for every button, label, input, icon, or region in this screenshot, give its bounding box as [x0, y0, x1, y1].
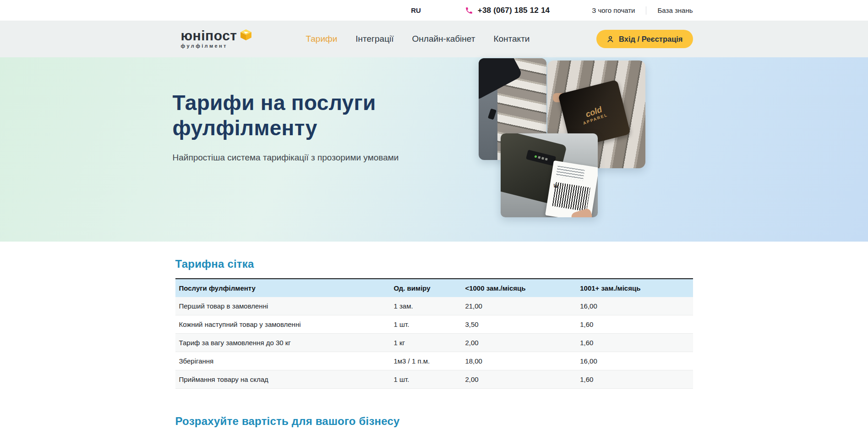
- login-register-button[interactable]: Вхід / Реєстрація: [596, 30, 693, 48]
- value-cell: 1,60: [576, 370, 693, 389]
- pricing-table: Послуги фулфілментуОд. виміру<1000 зам./…: [175, 278, 693, 389]
- page-title: Тарифи на послуги фулфілменту: [173, 90, 438, 141]
- calculator-heading: Розрахуйте вартість для вашого бізнесу: [175, 415, 693, 428]
- service-cell: Кожний наступний товар у замовленні: [175, 315, 390, 334]
- shipping-label-graphic: W: [545, 160, 598, 217]
- table-row: Зберігання1м3 / 1 п.м.18,0016,00: [175, 352, 693, 370]
- value-cell: 1 шт.: [390, 370, 461, 389]
- value-cell: 2,00: [461, 370, 576, 389]
- table-row: Приймання товару на склад1 шт.2,001,60: [175, 370, 693, 389]
- value-cell: 1 зам.: [390, 297, 461, 315]
- phone-icon: [465, 6, 473, 15]
- value-cell: 1м3 / 1 п.м.: [390, 352, 461, 370]
- nav-integrations[interactable]: Інтеграції: [355, 34, 393, 44]
- top-link-knowledge-base[interactable]: База знань: [657, 6, 693, 14]
- top-link-getting-started[interactable]: З чого почати: [592, 6, 635, 14]
- phone-number[interactable]: +38 (067) 185 12 14: [478, 6, 550, 15]
- value-cell: 16,00: [576, 297, 693, 315]
- value-cell: 2,00: [461, 334, 576, 352]
- logo-subtitle: фулфілмент: [181, 43, 237, 49]
- hero-section: Тарифи на послуги фулфілменту Найпростіш…: [0, 57, 868, 242]
- cube-logo-icon: [240, 29, 252, 41]
- logo[interactable]: юніпост фулфілмент: [175, 30, 252, 49]
- table-header-row: Послуги фулфілментуОд. виміру<1000 зам./…: [175, 279, 693, 297]
- content-section: Тарифна сітка Послуги фулфілментуОд. вим…: [0, 242, 868, 430]
- language-switcher[interactable]: RU: [411, 6, 421, 14]
- service-cell: Приймання товару на склад: [175, 370, 390, 389]
- pricing-table-body: Перший товар в замовленні1 зам.21,0016,0…: [175, 297, 693, 389]
- hero-photo-label-printer: W: [501, 133, 598, 217]
- hero-subtitle: Найпростіша система тарифікації з прозор…: [173, 153, 399, 163]
- column-header: Од. виміру: [390, 279, 461, 297]
- table-row: Перший товар в замовленні1 зам.21,0016,0…: [175, 297, 693, 315]
- value-cell: 1,60: [576, 334, 693, 352]
- divider: [646, 6, 646, 15]
- user-icon: [606, 35, 614, 43]
- value-cell: 21,00: [461, 297, 576, 315]
- value-cell: 1 шт.: [390, 315, 461, 334]
- nav-tariffs[interactable]: Тарифи: [306, 34, 338, 44]
- top-links: З чого почати База знань: [592, 6, 693, 15]
- login-button-label: Вхід / Реєстрація: [619, 35, 682, 44]
- column-header: <1000 зам./місяць: [461, 279, 576, 297]
- service-cell: Тариф за вагу замовлення до 30 кг: [175, 334, 390, 352]
- service-cell: Перший товар в замовленні: [175, 297, 390, 315]
- value-cell: 1,60: [576, 315, 693, 334]
- value-cell: 18,00: [461, 352, 576, 370]
- pricing-grid-heading: Тарифна сітка: [175, 258, 693, 270]
- barcode-scanner-graphic: [488, 109, 497, 120]
- nav-contacts[interactable]: Контакти: [493, 34, 530, 44]
- value-cell: 16,00: [576, 352, 693, 370]
- value-cell: 3,50: [461, 315, 576, 334]
- table-row: Кожний наступний товар у замовленні1 шт.…: [175, 315, 693, 334]
- column-header: 1001+ зам./місяць: [576, 279, 693, 297]
- logo-title: юніпост: [181, 30, 237, 42]
- main-nav: Тарифи Інтеграції Онлайн-кабінет Контакт…: [306, 34, 530, 44]
- printer-panel-graphic: [526, 150, 556, 166]
- value-cell: 1 кг: [390, 334, 461, 352]
- label-address-lines: [556, 165, 584, 181]
- service-cell: Зберігання: [175, 352, 390, 370]
- column-header: Послуги фулфілменту: [175, 279, 390, 297]
- nav-online-cabinet[interactable]: Онлайн-кабінет: [412, 34, 475, 44]
- top-bar: RU +38 (067) 185 12 14 З чого почати Баз…: [0, 0, 868, 21]
- phone-group[interactable]: +38 (067) 185 12 14: [465, 6, 550, 15]
- barcode-graphic: [552, 182, 590, 211]
- table-row: Тариф за вагу замовлення до 30 кг1 кг2,0…: [175, 334, 693, 352]
- main-header: юніпост фулфілмент Тарифи Інтеграції Онл…: [0, 21, 868, 57]
